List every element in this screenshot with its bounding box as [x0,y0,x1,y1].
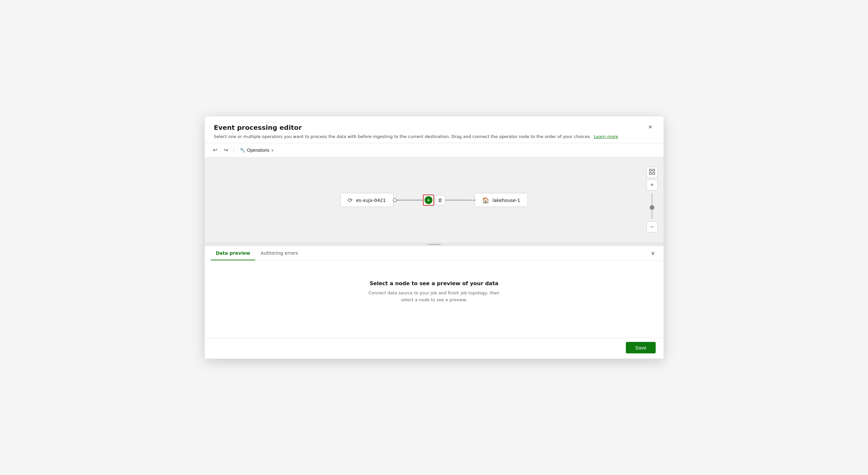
source-node-icon: ⟳ [348,197,352,204]
svg-rect-2 [649,172,651,174]
modal-header: Event processing editor Select one or mu… [205,116,663,143]
operations-chevron-icon: ∨ [271,148,274,152]
trash-icon: 🗑 [438,197,443,203]
source-node[interactable]: ⟳ es-xujx-0421 [340,193,393,207]
connector-line-left [397,200,423,200]
tabs-bar: Data preview Authoring errors ∨ [205,246,663,261]
save-button[interactable]: Save [626,342,655,353]
arrow-icon: → [471,197,475,203]
zoom-slider-track [651,193,653,219]
modal-subtitle: Select one or multiple operators you wan… [214,133,618,140]
tab-data-preview[interactable]: Data preview [211,246,256,260]
svg-rect-0 [649,169,651,171]
connector-left [393,198,423,202]
connector-right: → [445,197,474,203]
modal-title: Event processing editor [214,124,618,131]
destination-node-label: lakehouse-1 [493,197,520,203]
delete-operator-button[interactable]: 🗑 [435,195,445,205]
close-button[interactable]: × [647,123,654,131]
operations-icon: 🔧 [240,148,245,153]
source-node-label: es-xujx-0421 [356,197,386,203]
resize-handle-bar [428,244,441,245]
fit-view-icon [649,169,655,176]
zoom-out-button[interactable]: − [647,221,658,232]
zoom-slider-thumb [650,205,654,210]
modal-footer: Save [205,338,663,359]
learn-more-link[interactable]: Learn more [594,134,618,139]
destination-node-icon: 🏠 [482,197,489,204]
subtitle-text: Select one or multiple operators you wan… [214,134,591,139]
collapse-panel-button[interactable]: ∨ [648,248,658,258]
data-preview-empty-state: Select a node to see a preview of your d… [205,261,663,323]
connector-dot-left [393,198,397,202]
empty-state-desc: Connect data source to your job and fini… [362,290,506,303]
add-icon: + [424,196,432,204]
connector-line-right [445,200,471,200]
fit-view-button[interactable] [647,167,658,178]
event-processing-editor-modal: Event processing editor Select one or mu… [205,116,663,359]
flow-controls-row: + 🗑 [423,195,445,206]
tabs-list: Data preview Authoring errors [211,246,303,260]
empty-state-title: Select a node to see a preview of your d… [370,280,498,287]
toolbar-divider [234,147,234,153]
svg-rect-3 [653,172,655,174]
operations-menu-button[interactable]: 🔧 Operations ∨ [237,146,277,154]
destination-node[interactable]: 🏠 lakehouse-1 [474,193,528,207]
modal-title-section: Event processing editor Select one or mu… [214,124,618,140]
zoom-controls: + − [647,167,658,233]
zoom-in-button[interactable]: + [647,179,658,190]
tab-authoring-errors[interactable]: Authoring errors [255,246,303,260]
resize-handle[interactable] [205,243,663,246]
canvas-area: ⟳ es-xujx-0421 + 🗑 → [205,157,663,243]
undo-button[interactable]: ↩ [211,146,220,154]
flow-diagram: ⟳ es-xujx-0421 + 🗑 → [340,193,528,207]
add-operator-button[interactable]: + [423,195,434,206]
toolbar: ↩ ↪ 🔧 Operations ∨ [205,143,663,157]
operations-label: Operations [247,148,269,153]
bottom-panel: Data preview Authoring errors ∨ Select a… [205,246,663,338]
redo-button[interactable]: ↪ [221,146,230,154]
svg-rect-1 [653,169,655,171]
